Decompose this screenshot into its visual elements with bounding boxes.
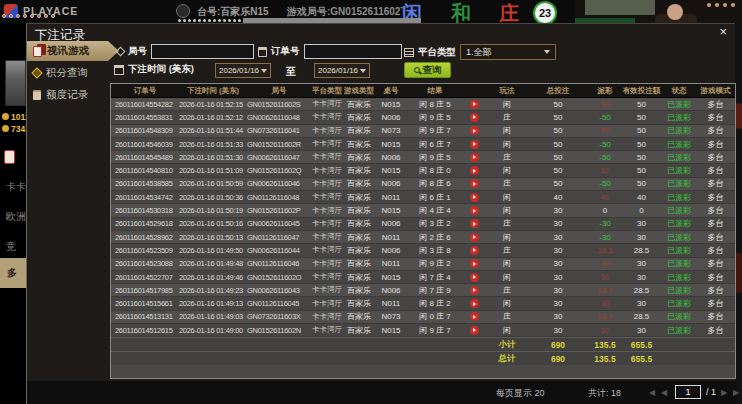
bet-records-table: 订单号下注时间 (美东)局号平台类型游戏类型桌号结果玩法总投注派彩有效投注額状态…: [110, 83, 736, 379]
roadmap-dots: [2, 14, 55, 18]
platform-filter: 平台类型 1.全部: [404, 44, 556, 60]
order-filter: 订单号: [258, 44, 402, 59]
modal-footer: 每页显示 20 共计: 18 ◀ ◀ 1 / 1 ▶ ▶: [27, 381, 736, 404]
modal-content: 局号 订单号 平台类型 1.全部 下注时间 (美东): [110, 24, 736, 404]
sidebar-item-fragment-active[interactable]: 多: [0, 258, 26, 288]
table-row: 2601160145126152026-01-16 01:49:00GN0152…: [111, 324, 735, 337]
pagination-last-icon[interactable]: ▶: [733, 388, 739, 397]
background-right-strip: [735, 23, 742, 404]
chevron-down-icon: [261, 69, 267, 73]
table-header-cell: 有效投注額: [623, 84, 660, 97]
replay-icon[interactable]: [470, 179, 479, 188]
avatar: [5, 60, 26, 106]
chevron-down-icon: [544, 50, 550, 54]
round-filter: 局号: [117, 44, 254, 59]
replay-icon[interactable]: [470, 193, 479, 202]
game-round-label: 游戏局号:GN0152611602T: [287, 5, 407, 19]
bet-records-modal: 下注记录 × 视讯游戏 积分查询 额度记录 局号: [26, 23, 735, 404]
order-input[interactable]: [304, 44, 402, 59]
table-header-cell: 游戏模式: [698, 84, 733, 97]
replay-icon[interactable]: [470, 259, 479, 268]
table-header-cell: 状态: [660, 84, 698, 97]
table-row: 2601160145296182026-01-16 01:50:16GN0062…: [111, 218, 735, 231]
time-filter: 下注时间 (美东): [114, 63, 194, 76]
replay-icon[interactable]: [470, 233, 479, 242]
replay-icon[interactable]: [470, 153, 479, 162]
pagination-next-icon[interactable]: ▶: [721, 388, 727, 397]
sidebar-item-fragment[interactable]: 卡卡: [6, 180, 26, 194]
table-header: 订单号下注时间 (美东)局号平台类型游戏类型桌号结果玩法总投注派彩有效投注額状态…: [111, 84, 735, 98]
clipboard-icon: [258, 47, 267, 57]
table-header-cell: 玩法: [485, 84, 529, 97]
screen: PLAYACE 台号:百家乐N15 游戏局号:GN0152611602T 闲 和…: [0, 0, 742, 404]
modal-side-menu: 视讯游戏 积分查询 额度记录: [27, 41, 110, 107]
page-input[interactable]: 1: [675, 385, 701, 399]
table-header-cell: 总投注: [529, 84, 587, 97]
table-filler: [111, 365, 735, 379]
table-row: 2601160145460392026-01-16 01:51:33GN0152…: [111, 138, 735, 151]
replay-icon[interactable]: [470, 299, 479, 308]
playing-cards-icon: [4, 150, 15, 164]
menu-item-quota-records[interactable]: 额度记录: [27, 85, 110, 105]
table-row: 2601160145131312026-01-16 01:49:03GN0732…: [111, 311, 735, 324]
table-row: 2601160145483092026-01-16 01:51:44GN0732…: [111, 125, 735, 138]
calendar-icon: [114, 65, 124, 75]
menu-item-video-games[interactable]: 视讯游戏: [27, 41, 119, 61]
table-row: 2601160145230882026-01-16 01:49:48GN0112…: [111, 258, 735, 271]
sidebar-item-fragment[interactable]: 欧洲: [6, 210, 26, 224]
to-label: 至: [286, 65, 296, 79]
replay-icon[interactable]: [470, 219, 479, 228]
table-row: 2601160145179852026-01-16 01:49:23GN0062…: [111, 284, 735, 297]
total-count-label: 共计: 18: [588, 387, 621, 400]
table-row: 2601160145289622026-01-16 01:50:13GN0112…: [111, 231, 735, 244]
table-rows: 2601160145542822026-01-16 01:52:15GN0152…: [111, 98, 735, 337]
replay-icon[interactable]: [470, 126, 479, 135]
table-header-cell: 下注时间 (美东): [179, 84, 247, 97]
table-row: 2601160145156612026-01-16 01:49:13GN0112…: [111, 297, 735, 310]
subtotal-row: 小计690135.5655.5: [111, 337, 735, 351]
menu-item-points-query[interactable]: 积分查询: [27, 63, 110, 83]
table-row: 2601160145538312026-01-16 01:52:12GN0062…: [111, 111, 735, 124]
table-row: 2601160145385852026-01-16 01:50:59GN0062…: [111, 178, 735, 191]
balance-value: 1011: [2, 112, 26, 122]
replay-icon[interactable]: [470, 326, 479, 335]
replay-icon[interactable]: [470, 113, 479, 122]
round-input[interactable]: [151, 44, 254, 59]
round-icon: [116, 47, 126, 57]
table-header-cell: 结果: [407, 84, 463, 97]
replay-icon[interactable]: [470, 140, 479, 149]
coin-icon: [2, 113, 9, 120]
date-to-picker[interactable]: 2026/01/16: [314, 63, 370, 78]
chevron-down-icon: [360, 69, 366, 73]
date-from-picker[interactable]: 2026/01/16: [215, 63, 271, 78]
replay-icon[interactable]: [470, 286, 479, 295]
replay-icon[interactable]: [470, 273, 479, 282]
total-row: 总计690135.5655.5: [111, 351, 735, 365]
page-total-label: / 1: [706, 387, 716, 397]
table-row: 2601160145227072026-01-16 01:49:46GN0152…: [111, 271, 735, 284]
table-row: 2601160145347422026-01-16 01:50:36GN0112…: [111, 191, 735, 204]
table-row: 2601160145303182026-01-16 01:50:19GN0152…: [111, 204, 735, 217]
platform-select[interactable]: 1.全部: [460, 44, 556, 60]
table-header-cell: 派彩: [587, 84, 623, 97]
pagination-first-icon[interactable]: ◀: [649, 388, 655, 397]
replay-icon[interactable]: [470, 166, 479, 175]
cards-icon: [33, 46, 42, 57]
replay-icon[interactable]: [470, 246, 479, 255]
table-header-cell: 桌号: [375, 84, 407, 97]
platform-icon: [404, 48, 414, 57]
table-row: 2601160145542822026-01-16 01:52:15GN0152…: [111, 98, 735, 111]
info-badge-icon: [176, 4, 190, 18]
table-row: 2601160145235092026-01-16 01:49:50GN0062…: [111, 244, 735, 257]
pagination-prev-icon[interactable]: ◀: [661, 388, 667, 397]
table-header-cell: 订单号: [111, 84, 179, 97]
table-number-label: 台号:百家乐N15: [197, 5, 269, 19]
search-button[interactable]: 查询: [404, 62, 451, 78]
sidebar-item-fragment[interactable]: 竞: [6, 240, 16, 254]
replay-icon[interactable]: [470, 206, 479, 215]
replay-icon[interactable]: [470, 100, 479, 109]
per-page-label: 每页显示 20: [496, 387, 545, 400]
table-totals: 小计690135.5655.5总计690135.5655.5: [111, 337, 735, 365]
countdown-timer: 23: [533, 1, 557, 25]
replay-icon[interactable]: [470, 312, 479, 321]
